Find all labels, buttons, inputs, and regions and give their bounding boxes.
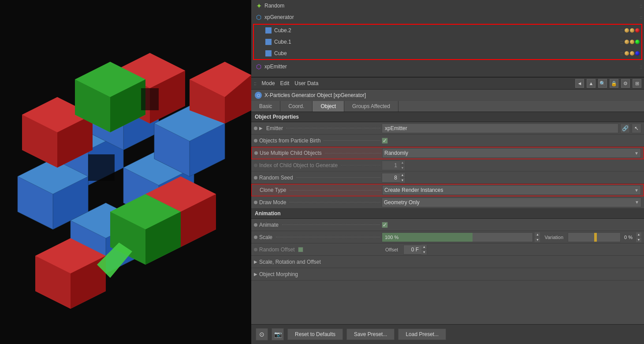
emitter-link-btn[interactable]: 🔗 <box>620 123 630 133</box>
index-label-col: Index of Child Object to Generate <box>254 162 382 168</box>
menu-mode[interactable]: Mode <box>262 80 275 86</box>
random-seed-up[interactable]: ▲ <box>400 173 405 178</box>
tabs-bar: Basic Coord. Object Groups Affected <box>251 101 644 112</box>
variation-down[interactable]: ▼ <box>636 237 641 242</box>
objects-birth-dot <box>254 139 257 142</box>
scale-bar[interactable]: 100 % <box>382 232 533 242</box>
animate-dot <box>254 223 257 227</box>
tree-item-random[interactable]: ✦ Random :: <box>251 0 644 11</box>
bottom-icon1[interactable]: ⊙ <box>256 328 268 340</box>
scale-arrows[interactable]: ▲ ▼ <box>535 232 540 242</box>
index-down[interactable]: ▼ <box>400 165 405 170</box>
menu-edit[interactable]: Edit <box>280 80 290 86</box>
clone-type-label: Clone Type <box>254 187 287 193</box>
load-preset-btn[interactable]: Load Preset... <box>398 329 446 340</box>
offset-value-col: Offset 0 F ▲ ▼ <box>382 245 641 254</box>
offset-down[interactable]: ▼ <box>421 250 427 254</box>
use-multiple-dropdown[interactable]: Randomly ▼ <box>382 148 641 158</box>
variation-arrows[interactable]: ▲ ▼ <box>636 232 641 242</box>
tab-coord[interactable]: Coord. <box>280 101 313 112</box>
lock-icon[interactable]: 🔒 <box>610 79 618 88</box>
search-icon[interactable]: 🔍 <box>598 79 607 88</box>
draw-mode-dropdown[interactable]: Geometry Only ▼ <box>382 198 641 207</box>
tab-object[interactable]: Object <box>313 101 344 112</box>
random-seed-value: 8 <box>382 175 400 181</box>
random-seed-down[interactable]: ▼ <box>400 178 405 183</box>
tree-label-cube1: Cube.1 <box>274 39 618 45</box>
animate-label-col: Animate <box>254 222 382 228</box>
tree-label-random: Random <box>264 3 638 9</box>
objects-birth-checkbox[interactable]: ✓ <box>382 138 388 144</box>
back-icon[interactable]: ◄ <box>575 79 584 88</box>
index-dot <box>254 164 257 167</box>
offset-spinbox[interactable]: 0 F ▲ ▼ <box>403 245 427 254</box>
scale-rotation-row[interactable]: ▶ Scale, Rotation and Offset <box>251 256 644 268</box>
sphere-green <box>635 40 640 44</box>
draw-mode-arrow: ▼ <box>635 200 639 205</box>
up-icon[interactable]: ▲ <box>587 79 596 88</box>
index-arrows[interactable]: ▲ ▼ <box>400 161 405 170</box>
random-seed-spinbox[interactable]: 8 ▲ ▼ <box>382 173 406 183</box>
index-label: Index of Child Object to Generate <box>259 162 338 168</box>
scale-value: 100 % <box>385 235 398 240</box>
menu-userdata[interactable]: User Data <box>294 80 318 86</box>
index-value: 1 <box>382 162 400 168</box>
settings-icon[interactable]: ⚙ <box>621 79 630 88</box>
reset-defaults-btn[interactable]: Reset to Defaults <box>287 329 343 340</box>
random-seed-arrows[interactable]: ▲ ▼ <box>400 173 405 183</box>
bottom-bar: ⊙ 📷 Reset to Defaults Save Preset... Loa… <box>251 324 644 344</box>
emitter-input[interactable] <box>382 123 618 133</box>
section-animation-label: Animation <box>255 210 281 217</box>
random-offset-checkbox[interactable] <box>298 247 303 252</box>
random-offset-dot <box>254 248 257 251</box>
bottom-icon2[interactable]: 📷 <box>272 328 284 340</box>
tree-item-xpemitter[interactable]: ⬡ xpEmitter :: <box>251 61 644 72</box>
emitter-icon: ⬡ <box>255 63 263 71</box>
sphere-gold1 <box>625 28 629 33</box>
tree-item-cube1[interactable]: Cube.1 :: <box>254 36 641 48</box>
tree-item-cube2[interactable]: Cube.2 :: <box>254 25 641 36</box>
toolbar-right-icons: ◄ ▲ 🔍 🔒 ⚙ ⊞ <box>575 79 641 88</box>
variation-up[interactable]: ▲ <box>636 232 641 237</box>
random-icon: ✦ <box>255 2 263 10</box>
animate-checkbox[interactable]: ✓ <box>382 222 388 228</box>
use-multiple-dot <box>254 151 258 155</box>
scale-down[interactable]: ▼ <box>535 237 540 242</box>
object-morphing-row[interactable]: ▶ Object Morphing <box>251 268 644 280</box>
index-up[interactable]: ▲ <box>400 161 405 165</box>
animate-label: Animate <box>259 222 279 228</box>
scale-rotation-label: Scale, Rotation and Offset <box>259 259 321 265</box>
clone-type-dropdown[interactable]: Create Render Instances ▼ <box>382 185 641 195</box>
use-multiple-value-col: Randomly ▼ <box>382 148 641 158</box>
index-row: Index of Child Object to Generate 1 ▲ ▼ <box>251 159 644 172</box>
tab-groups[interactable]: Groups Affected <box>344 101 398 112</box>
emitter-label: Emitter <box>266 125 283 131</box>
sphere-gold2 <box>630 28 634 33</box>
sphere-gold5 <box>625 51 629 56</box>
objects-birth-row: Objects from Particle Birth ✓ <box>251 135 644 147</box>
clone-type-label-col: Clone Type <box>254 187 382 193</box>
emitter-dots <box>286 128 380 128</box>
object-morphing-arrow: ▶ <box>254 272 257 277</box>
scale-up[interactable]: ▲ <box>535 232 540 237</box>
index-spinbox[interactable]: 1 ▲ ▼ <box>382 161 406 170</box>
random-offset-row: Random Offset Offset 0 F ▲ ▼ <box>251 243 644 256</box>
emitter-value-col: 🔗 ↖ <box>382 123 641 133</box>
emitter-cursor-btn[interactable]: ↖ <box>632 123 641 133</box>
tab-basic[interactable]: Basic <box>251 101 280 112</box>
emitter-dot <box>254 127 257 130</box>
variation-label: Variation <box>542 235 566 240</box>
cube2-icon <box>264 26 272 34</box>
tree-label-xpgenerator: xpGenerator <box>264 14 638 20</box>
tree-item-xpgenerator[interactable]: ⬡ xpGenerator :: <box>251 11 644 23</box>
draw-mode-value: Geometry Only <box>384 199 420 206</box>
save-preset-btn[interactable]: Save Preset... <box>346 329 395 340</box>
use-multiple-label-col: Use Multiple Child Objects <box>254 150 382 156</box>
tree-item-cube[interactable]: Cube :: <box>254 48 641 59</box>
offset-arrows[interactable]: ▲ ▼ <box>421 245 427 254</box>
use-multiple-row: Use Multiple Child Objects Randomly ▼ <box>251 147 644 159</box>
offset-up[interactable]: ▲ <box>421 245 427 250</box>
draw-mode-value-col: Geometry Only ▼ <box>382 198 641 207</box>
expand-icon[interactable]: ⊞ <box>633 79 641 88</box>
clone-type-row: Clone Type Create Render Instances ▼ <box>251 184 644 196</box>
